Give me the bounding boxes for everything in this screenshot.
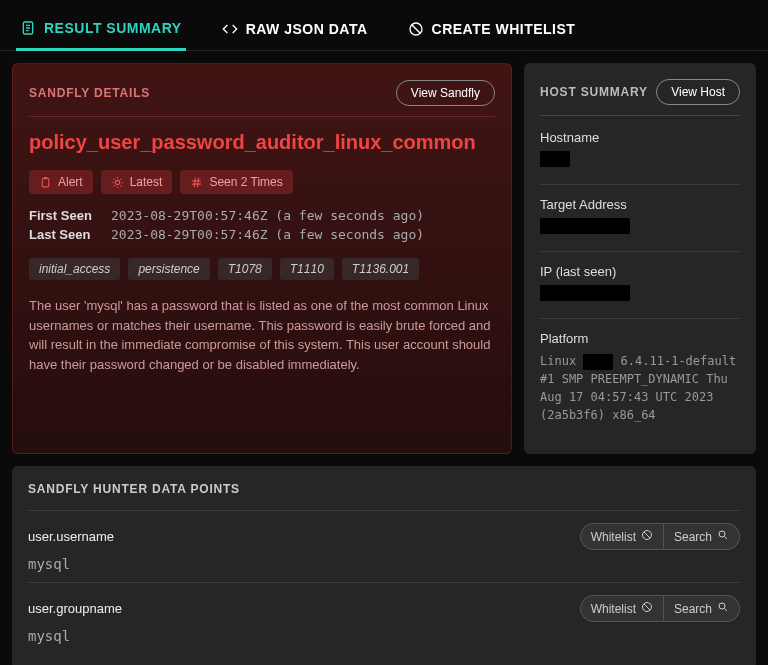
last-seen-value: 2023-08-29T00:57:46Z (a few seconds ago) (111, 227, 424, 242)
platform-value: Linux 6.4.11-1-default #1 SMP PREEMPT_DY… (540, 352, 740, 424)
tag[interactable]: persistence (128, 258, 209, 280)
seen-count-chip: Seen 2 Times (180, 170, 292, 194)
hunter-section-title: SANDFLY HUNTER DATA POINTS (28, 482, 740, 496)
tag[interactable]: initial_access (29, 258, 120, 280)
tab-label: RESULT SUMMARY (44, 20, 182, 36)
first-seen-value: 2023-08-29T00:57:46Z (a few seconds ago) (111, 208, 424, 223)
sandfly-description: The user 'mysql' has a password that is … (29, 296, 495, 374)
target-address-label: Target Address (540, 197, 740, 212)
sandfly-details-card: SANDFLY DETAILS View Sandfly policy_user… (12, 63, 512, 454)
search-icon (717, 601, 729, 616)
ip-label: IP (last seen) (540, 264, 740, 279)
search-button[interactable]: Search (664, 595, 740, 622)
data-point-key: user.groupname (28, 601, 122, 616)
data-point-key: user.username (28, 529, 114, 544)
divider (540, 251, 740, 252)
clipboard-icon (39, 176, 52, 189)
tabs-bar: RESULT SUMMARY RAW JSON DATA CREATE WHIT… (0, 0, 768, 51)
svg-rect-2 (42, 178, 49, 187)
policy-name: policy_user_password_auditor_linux_commo… (29, 131, 495, 154)
first-seen-label: First Seen (29, 208, 93, 223)
data-point-value: mysql (28, 628, 740, 644)
tag[interactable]: T1110 (280, 258, 334, 280)
search-button[interactable]: Search (664, 523, 740, 550)
view-sandfly-button[interactable]: View Sandfly (396, 80, 495, 106)
whitelist-button[interactable]: Whitelist (580, 595, 664, 622)
ban-icon (641, 601, 653, 616)
whitelist-button[interactable]: Whitelist (580, 523, 664, 550)
chip-label: Seen 2 Times (209, 175, 282, 189)
host-summary-card: HOST SUMMARY View Host Hostname Target A… (524, 63, 756, 454)
status-chips: Alert Latest Seen 2 Times (29, 170, 495, 194)
svg-point-8 (719, 603, 725, 609)
code-icon (222, 21, 238, 37)
alert-chip: Alert (29, 170, 93, 194)
latest-chip: Latest (101, 170, 173, 194)
view-host-button[interactable]: View Host (656, 79, 740, 105)
target-address-value-redacted (540, 218, 630, 234)
svg-point-4 (115, 180, 119, 184)
divider (540, 318, 740, 319)
ip-value-redacted (540, 285, 630, 301)
host-section-title: HOST SUMMARY (540, 85, 648, 99)
platform-label: Platform (540, 331, 740, 346)
chip-label: Latest (130, 175, 163, 189)
tag-list: initial_access persistence T1078 T1110 T… (29, 258, 495, 280)
hostname-value-redacted (540, 151, 570, 167)
ban-icon (641, 529, 653, 544)
last-seen-label: Last Seen (29, 227, 93, 242)
tab-label: RAW JSON DATA (246, 21, 368, 37)
platform-redacted (583, 354, 613, 370)
divider (540, 115, 740, 116)
divider (29, 116, 495, 117)
tab-create-whitelist[interactable]: CREATE WHITELIST (404, 12, 580, 50)
tag[interactable]: T1078 (218, 258, 272, 280)
ban-icon (408, 21, 424, 37)
data-point-value: mysql (28, 556, 740, 572)
summary-icon (20, 20, 36, 36)
tag[interactable]: T1136.001 (342, 258, 419, 280)
svg-rect-3 (44, 177, 47, 179)
hunter-data-points-card: SANDFLY HUNTER DATA POINTS user.username… (12, 466, 756, 665)
tab-result-summary[interactable]: RESULT SUMMARY (16, 12, 186, 51)
tab-label: CREATE WHITELIST (432, 21, 576, 37)
sandfly-section-title: SANDFLY DETAILS (29, 86, 150, 100)
hostname-label: Hostname (540, 130, 740, 145)
search-icon (717, 529, 729, 544)
tab-raw-json[interactable]: RAW JSON DATA (218, 12, 372, 50)
hash-icon (190, 176, 203, 189)
sun-icon (111, 176, 124, 189)
divider (540, 184, 740, 185)
chip-label: Alert (58, 175, 83, 189)
svg-point-6 (719, 531, 725, 537)
data-point-row: user.groupname Whitelist Search mysql (28, 582, 740, 654)
data-point-row: user.username Whitelist Search mysql (28, 510, 740, 582)
